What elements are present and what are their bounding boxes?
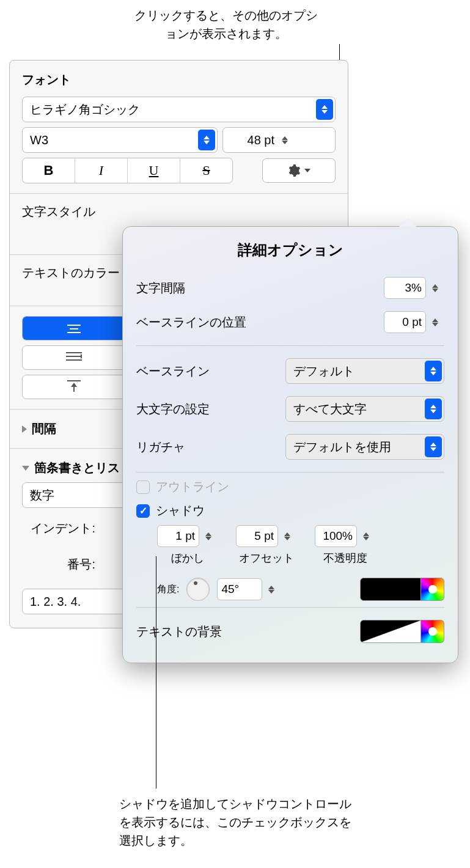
callout-leader-bottom [156,556,156,789]
offset-label: オフセット [239,551,294,565]
popover-title: 詳細オプション [136,240,444,260]
blur-label: ぼかし [171,551,204,565]
align-top-icon [67,380,81,394]
font-family-value: ヒラギノ角ゴシック [30,101,140,118]
stepper-icon[interactable] [281,532,294,540]
popup-arrows-icon [316,99,333,120]
shadow-checkbox-row[interactable]: シャドウ [136,502,444,519]
spacing-label: 間隔 [32,421,56,437]
font-family-popup[interactable]: ヒラギノ角ゴシック [22,97,336,122]
text-align-segment [22,316,126,340]
ligatures-label: リガチャ [136,439,185,455]
triangle-right-icon [22,425,27,433]
advanced-options-button[interactable] [262,158,336,183]
outline-checkbox-row[interactable]: アウトライン [136,479,444,495]
capitalization-popup[interactable]: すべて大文字 [285,396,444,422]
popup-arrows-icon [425,436,442,457]
baseline-label: ベースライン [136,363,210,380]
ligatures-value: デフォルトを使用 [293,439,391,455]
shadow-label: シャドウ [156,502,205,519]
opacity-field[interactable]: 100% [315,525,357,547]
capitalization-label: 大文字の設定 [136,401,210,417]
baseline-popup[interactable]: デフォルト [285,358,444,384]
baseline-shift-field[interactable]: 0 pt [384,311,426,333]
list-format-value: 1. 2. 3. 4. [30,595,81,609]
stepper-icon[interactable] [428,318,442,326]
blur-field[interactable]: 1 pt [157,525,199,547]
popup-arrows-icon [425,399,442,419]
gear-icon [287,164,301,177]
strikethrough-button[interactable]: S [180,158,232,183]
shadow-color-swatch[interactable] [360,578,421,601]
angle-field[interactable]: 45° [217,578,262,600]
color-picker-icon[interactable] [421,578,444,601]
indent-button[interactable] [22,345,126,370]
offset-value: 5 pt [240,529,274,543]
capitalization-value: すべて大文字 [293,401,367,417]
text-bg-swatch[interactable] [360,620,421,643]
stepper-icon[interactable] [428,284,442,292]
callout-top: クリックすると、その他のオプションが表示されます。 [131,6,321,43]
list-style-value: 数字 [30,487,54,504]
angle-value: 45° [221,583,258,596]
baseline-value: デフォルト [293,363,354,380]
font-weight-popup[interactable]: W3 [22,127,218,153]
vertical-align-button[interactable] [22,375,126,399]
underline-button[interactable]: U [128,158,180,183]
shadow-color-well[interactable] [360,578,444,601]
stepper-icon[interactable] [265,586,278,594]
advanced-options-popover: 詳細オプション 文字間隔 3% ベースラインの位置 0 pt ベースライン デフ… [122,226,458,663]
baseline-shift-label: ベースラインの位置 [136,314,246,331]
triangle-down-icon [22,466,29,471]
character-style-label: 文字スタイル [10,201,348,223]
text-background-label: テキストの背景 [136,623,222,640]
stepper-icon[interactable] [359,532,373,540]
bold-button[interactable]: B [23,158,75,183]
font-section-title: フォント [10,72,348,94]
opacity-label: 不透明度 [323,551,367,565]
indent-icon [66,351,82,364]
italic-button[interactable]: I [75,158,128,183]
stepper-icon[interactable] [278,136,292,144]
callout-bottom: シャドウを追加してシャドウコントロールを表示するには、このチェックボックスを選択… [119,795,351,850]
chevron-down-icon [304,169,310,172]
blur-value: 1 pt [161,529,195,543]
angle-label: 角度: [157,583,179,596]
char-spacing-label: 文字間隔 [136,280,185,296]
angle-dial[interactable] [186,578,210,601]
baseline-shift-value: 0 pt [388,315,422,329]
offset-field[interactable]: 5 pt [236,525,278,547]
ligatures-popup[interactable]: デフォルトを使用 [285,434,444,460]
popup-arrows-icon [198,130,215,150]
bullets-label: 箇条書きとリスト [34,460,132,476]
font-size-input[interactable] [223,133,278,147]
popup-arrows-icon [425,361,442,381]
outline-label: アウトライン [156,479,229,495]
font-size-field[interactable] [222,127,336,153]
opacity-value: 100% [319,529,353,543]
text-bg-color-well[interactable] [360,620,444,643]
shadow-checkbox[interactable] [136,504,150,518]
indent-label: インデント: [22,520,95,537]
text-style-segment: B I U S [22,158,233,183]
font-weight-value: W3 [30,133,48,147]
stepper-icon[interactable] [202,532,215,540]
outline-checkbox[interactable] [136,480,150,494]
char-spacing-field[interactable]: 3% [384,277,426,299]
char-spacing-value: 3% [388,281,422,295]
color-picker-icon[interactable] [421,620,444,643]
align-center-icon [67,324,81,334]
svg-marker-6 [81,354,82,359]
align-center-button[interactable] [23,317,125,340]
number-label: 番号: [22,556,95,573]
